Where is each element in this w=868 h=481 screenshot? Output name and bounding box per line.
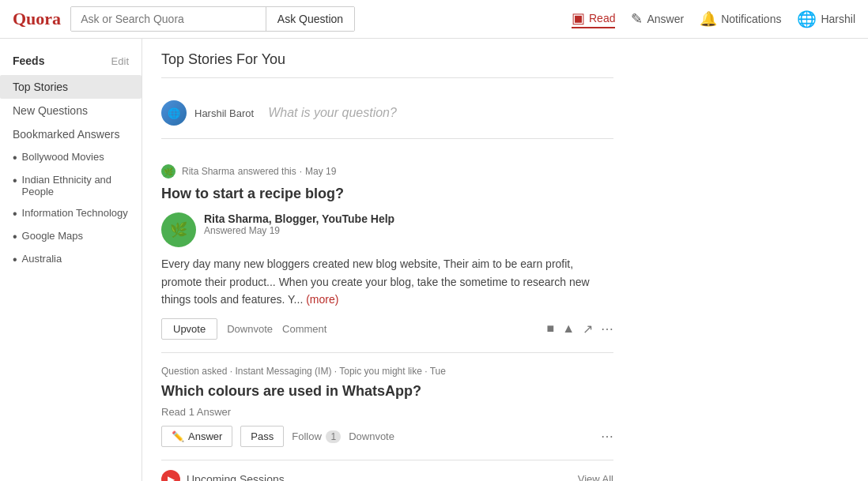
search-input[interactable] — [71, 7, 266, 31]
question-actions: ✏️ Answer Pass Follow 1 Downvote ⋯ — [161, 426, 613, 447]
sidebar-topic-indian-ethnicity[interactable]: • Indian Ethnicity and People — [0, 169, 142, 202]
answer-label: Answer — [188, 430, 222, 442]
share-icon[interactable]: ↗ — [583, 321, 593, 336]
nav-user[interactable]: 🌐 Harshil — [797, 9, 855, 28]
topic-dot: • — [13, 254, 17, 266]
main-layout: Feeds Edit Top Stories New Questions Boo… — [0, 39, 868, 481]
more-options-icon[interactable]: ⋯ — [601, 321, 613, 336]
nav-read-label: Read — [589, 12, 615, 24]
follow-count-badge: 1 — [326, 430, 341, 443]
nav-notifications[interactable]: 🔔 Notifications — [700, 10, 781, 28]
pencil-icon: ✏️ — [172, 430, 184, 442]
upcoming-sessions-bar: ▶ Upcoming Sessions View All — [161, 460, 613, 481]
sidebar: Feeds Edit Top Stories New Questions Boo… — [0, 39, 142, 481]
sidebar-item-label: Bookmarked Answers — [13, 128, 119, 141]
read-icon: ▣ — [572, 9, 585, 27]
view-all-link[interactable]: View All — [578, 473, 613, 481]
read-answers[interactable]: Read 1 Answer — [161, 406, 613, 418]
topic-dot: • — [13, 231, 17, 243]
pass-button[interactable]: Pass — [240, 426, 284, 447]
nav-notifications-label: Notifications — [721, 13, 781, 25]
topic-dot: • — [13, 175, 17, 187]
feeds-header: Feeds Edit — [0, 51, 142, 75]
more-options-dots[interactable]: ⋯ — [601, 429, 613, 444]
page-title: Top Stories For You — [161, 51, 613, 78]
actions-right: ■ ▲ ↗ ⋯ — [546, 321, 613, 336]
feeds-edit[interactable]: Edit — [111, 55, 129, 67]
question-card-whatsapp: Question asked · Instant Messaging (IM) … — [161, 353, 613, 460]
header: Quora Ask Question ▣ Read ✎ Answer 🔔 Not… — [0, 0, 868, 39]
twitter-icon[interactable]: ▲ — [562, 321, 575, 336]
downvote-text[interactable]: Downvote — [227, 323, 273, 335]
sidebar-topic-google-maps[interactable]: • Google Maps — [0, 225, 142, 248]
topic-label: Indian Ethnicity and People — [22, 174, 129, 197]
answer-icon: ✎ — [631, 10, 643, 28]
user-question-box[interactable]: 🌐 Harshil Barot What is your question? — [161, 91, 613, 139]
video-icon: ▶ — [168, 474, 175, 481]
author-name[interactable]: Rita Sharma, Blogger, YouTube Help — [204, 212, 394, 225]
post-meta-date: May 19 — [305, 166, 336, 177]
answer-author: 🌿 Rita Sharma, Blogger, YouTube Help Ans… — [161, 212, 613, 247]
nav-read[interactable]: ▣ Read — [572, 9, 615, 28]
facebook-icon[interactable]: ■ — [546, 321, 554, 336]
nav-answer-label: Answer — [647, 13, 684, 25]
follow-text[interactable]: Follow 1 — [292, 430, 341, 442]
post-body-text: Every day many new bloggers created new … — [161, 257, 590, 306]
sessions-icon: ▶ — [161, 470, 180, 481]
topic-label: Australia — [22, 253, 62, 265]
topic-label: Google Maps — [22, 230, 83, 242]
bell-icon: 🔔 — [700, 10, 717, 28]
ask-question-button[interactable]: Ask Question — [266, 7, 354, 31]
post-meta-action: answered this — [238, 166, 296, 177]
question-title[interactable]: Which colours are used in WhatsApp? — [161, 383, 613, 400]
sidebar-item-label: Top Stories — [13, 81, 68, 93]
sidebar-item-bookmarked-answers[interactable]: Bookmarked Answers — [0, 122, 142, 146]
post-actions: Upvote Downvote Comment ■ ▲ ↗ ⋯ — [161, 318, 613, 340]
sidebar-topic-bollywood[interactable]: • Bollywood Movies — [0, 146, 142, 169]
globe-avatar-icon: 🌐 — [168, 107, 180, 119]
sidebar-topic-australia[interactable]: • Australia — [0, 248, 142, 271]
nav-answer[interactable]: ✎ Answer — [631, 10, 684, 28]
user-avatar-globe: 🌐 — [797, 9, 817, 28]
topic-dot: • — [13, 208, 17, 220]
sidebar-topic-information-technology[interactable]: • Information Technology — [0, 202, 142, 225]
answer-button[interactable]: ✏️ Answer — [161, 426, 232, 447]
sidebar-item-label: New Questions — [13, 104, 88, 117]
post-meta-avatar: 🌿 — [161, 164, 175, 178]
user-question-placeholder: What is your question? — [268, 106, 397, 120]
main-content: Top Stories For You 🌐 Harshil Barot What… — [142, 39, 632, 481]
user-avatar: 🌐 — [161, 100, 187, 126]
question-meta: Question asked · Instant Messaging (IM) … — [161, 366, 613, 377]
actions-left: Upvote Downvote Comment — [161, 318, 326, 340]
upvote-button[interactable]: Upvote — [161, 318, 217, 340]
author-avatar: 🌿 — [161, 212, 196, 247]
feeds-title: Feeds — [13, 54, 44, 67]
post-card-recipe-blog: 🌿 Rita Sharma answered this · May 19 How… — [161, 152, 613, 353]
post-more-link[interactable]: (more) — [306, 293, 338, 306]
author-info: Rita Sharma, Blogger, YouTube Help Answe… — [204, 212, 394, 236]
topic-label: Information Technology — [22, 207, 128, 219]
nav-user-label: Harshil — [821, 13, 855, 25]
comment-text[interactable]: Comment — [282, 323, 326, 335]
sessions-left: ▶ Upcoming Sessions — [161, 470, 285, 481]
nav-items: ▣ Read ✎ Answer 🔔 Notifications 🌐 Harshi… — [572, 9, 855, 28]
author-date: Answered May 19 — [204, 225, 394, 236]
post-meta: 🌿 Rita Sharma answered this · May 19 — [161, 164, 613, 178]
sidebar-item-new-questions[interactable]: New Questions — [0, 99, 142, 122]
search-bar: Ask Question — [70, 6, 355, 32]
post-meta-author[interactable]: Rita Sharma — [182, 166, 235, 177]
post-title[interactable]: How to start a recipe blog? — [161, 185, 613, 203]
downvote-question[interactable]: Downvote — [349, 430, 394, 442]
post-meta-separator: · — [300, 166, 302, 177]
topic-dot: • — [13, 152, 17, 164]
sidebar-item-top-stories[interactable]: Top Stories — [0, 75, 142, 99]
user-name: Harshil Barot — [194, 107, 254, 119]
topic-label: Bollywood Movies — [22, 151, 104, 163]
logo[interactable]: Quora — [13, 9, 61, 29]
sessions-label[interactable]: Upcoming Sessions — [187, 473, 285, 481]
follow-label: Follow — [292, 430, 322, 442]
post-body: Every day many new bloggers created new … — [161, 255, 613, 308]
